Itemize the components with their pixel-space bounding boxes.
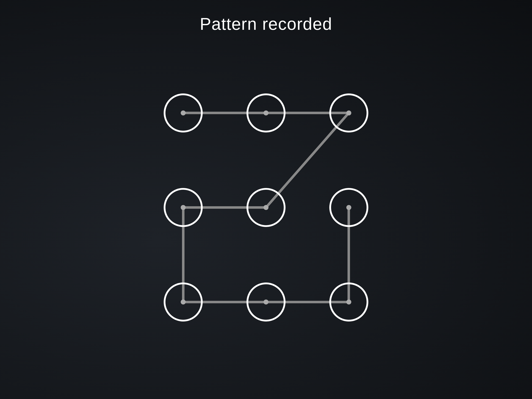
dot-cell-2[interactable] [307, 66, 390, 160]
inner-dot-1 [264, 110, 268, 115]
circle-7[interactable] [247, 283, 285, 322]
circle-5[interactable] [329, 188, 368, 227]
inner-dot-7 [264, 299, 268, 304]
circle-0[interactable] [164, 94, 203, 133]
inner-dot-0 [181, 110, 186, 115]
dot-cell-7[interactable] [225, 255, 308, 349]
inner-dot-3 [181, 205, 186, 210]
dot-cell-3[interactable] [142, 160, 225, 255]
circle-6[interactable] [164, 283, 203, 322]
pattern-recorded-title: Pattern recorded [200, 14, 332, 34]
inner-dot-5 [346, 205, 351, 210]
dot-cell-1[interactable] [225, 66, 308, 160]
circle-3[interactable] [164, 188, 203, 227]
pattern-area [142, 66, 390, 349]
dot-cell-6[interactable] [142, 255, 225, 349]
dot-cell-4[interactable] [225, 160, 308, 255]
inner-dot-4 [264, 205, 268, 210]
inner-dot-2 [346, 110, 351, 115]
dot-cell-5[interactable] [307, 160, 390, 255]
inner-dot-8 [346, 299, 351, 304]
circle-2[interactable] [329, 94, 368, 133]
circle-4[interactable] [247, 188, 285, 227]
dot-grid [142, 66, 390, 349]
circle-1[interactable] [247, 94, 285, 133]
circle-8[interactable] [329, 283, 368, 322]
dot-cell-8[interactable] [307, 255, 390, 349]
inner-dot-6 [181, 299, 186, 304]
dot-cell-0[interactable] [142, 66, 225, 160]
